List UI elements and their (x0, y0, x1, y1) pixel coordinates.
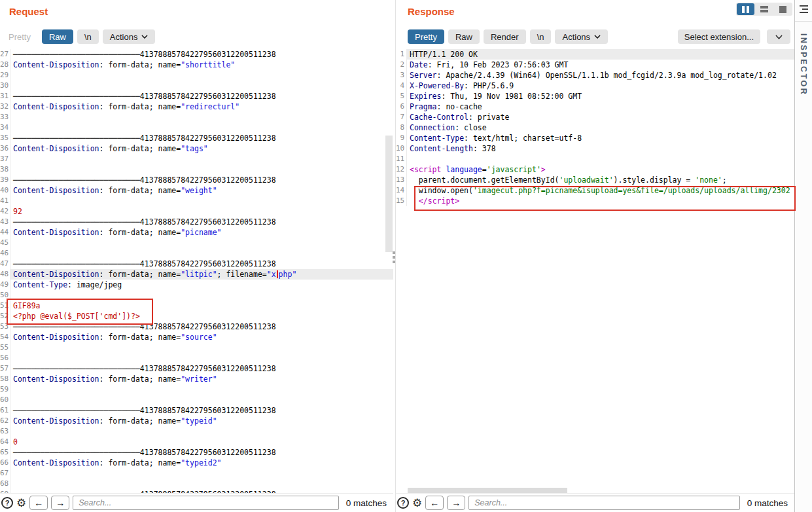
search-prev-button[interactable]: ← (29, 496, 48, 510)
line-number: 7 (396, 112, 407, 122)
line-number: 32 (0, 101, 10, 112)
code-line[interactable]: 28Content-Disposition: form-data; name="… (0, 60, 393, 70)
code-line[interactable]: 67 (0, 468, 393, 479)
line-number: 39 (0, 175, 10, 185)
code-line[interactable]: 44Content-Disposition: form-data; name="… (0, 227, 393, 238)
tab-raw[interactable]: Raw (448, 29, 480, 44)
code-line[interactable]: 38 (0, 164, 393, 175)
code-line[interactable]: 54Content-Disposition: form-data; name="… (0, 332, 393, 342)
code-line[interactable]: 43────────────────────────────4137888578… (0, 217, 393, 227)
code-line[interactable]: 8Connection: close (396, 122, 794, 133)
code-line[interactable]: 65────────────────────────────4137888578… (0, 447, 393, 458)
code-line[interactable]: 48Content-Disposition: form-data; name="… (0, 269, 393, 280)
code-line[interactable]: 46 (0, 248, 393, 259)
tab-raw[interactable]: Raw (42, 29, 73, 44)
inspector-label[interactable]: INSPECTOR (799, 33, 808, 96)
line-number: 37 (0, 154, 10, 164)
line-number: 43 (0, 217, 10, 227)
code-line[interactable]: 60 (0, 395, 393, 405)
response-horizontal-scrollbar[interactable] (408, 488, 567, 493)
settings-gear-icon[interactable]: ⚙ (16, 498, 26, 509)
code-line[interactable]: 41 (0, 196, 393, 206)
search-next-button[interactable]: → (447, 496, 465, 510)
code-line[interactable]: 6Pragma: no-cache (396, 101, 794, 112)
request-editor[interactable]: 27────────────────────────────4137888578… (0, 49, 393, 493)
inspector-collapse-icon[interactable] (800, 5, 808, 13)
search-prev-button[interactable]: ← (425, 496, 444, 510)
code-line[interactable]: 33 (0, 112, 393, 122)
tab-actions[interactable]: Actions (103, 29, 156, 44)
request-tab-row: Pretty Raw \n Actions (1, 29, 155, 44)
code-line[interactable]: 68 (0, 479, 393, 489)
search-input[interactable] (468, 496, 739, 510)
line-number: 13 (396, 175, 407, 185)
code-line[interactable]: 5Expires: Thu, 19 Nov 1981 08:52:00 GMT (396, 91, 794, 101)
tab-n[interactable]: \n (530, 29, 552, 44)
code-line[interactable]: 4X-Powered-By: PHP/5.6.9 (396, 81, 794, 91)
select-extension-dropdown[interactable]: Select extension... (678, 29, 760, 44)
search-input[interactable] (73, 496, 338, 510)
code-line[interactable]: 13 parent.document.getElementById('uploa… (396, 175, 794, 185)
code-line[interactable]: 37 (0, 154, 393, 164)
code-line[interactable]: 45 (0, 238, 393, 248)
code-line[interactable]: 47────────────────────────────4137888578… (0, 259, 393, 269)
help-icon[interactable]: ? (397, 497, 409, 509)
inspector-rail[interactable]: INSPECTOR (794, 0, 812, 512)
code-line[interactable]: 40Content-Disposition: form-data; name="… (0, 185, 393, 196)
code-line[interactable]: 61────────────────────────────4137888578… (0, 405, 393, 416)
line-number: 67 (0, 468, 10, 479)
code-line[interactable]: 34 (0, 122, 393, 133)
code-line[interactable]: 62Content-Disposition: form-data; name="… (0, 416, 393, 426)
code-line[interactable]: 35────────────────────────────4137888578… (0, 133, 393, 143)
line-number: 11 (396, 154, 407, 164)
line-number: 4 (396, 81, 407, 91)
help-icon[interactable]: ? (1, 497, 13, 509)
code-line[interactable]: 57────────────────────────────4137888578… (0, 363, 393, 374)
code-line[interactable]: 36Content-Disposition: form-data; name="… (0, 143, 393, 154)
settings-gear-icon[interactable]: ⚙ (412, 498, 422, 509)
code-line[interactable]: 640 (0, 437, 393, 447)
code-line[interactable]: 10Content-Length: 378 (396, 143, 794, 154)
code-line[interactable]: 27────────────────────────────4137888578… (0, 49, 393, 60)
code-line[interactable]: 3Server: Apache/2.4.39 (Win64) OpenSSL/1… (396, 70, 794, 81)
code-line[interactable]: 2Date: Fri, 10 Feb 2023 07:56:03 GMT (396, 60, 794, 70)
code-line[interactable]: 31────────────────────────────4137888578… (0, 91, 393, 101)
code-line[interactable]: 1HTTP/1.1 200 OK (396, 49, 794, 60)
request-vertical-scrollbar[interactable] (385, 136, 393, 252)
search-next-button[interactable]: → (51, 496, 69, 510)
request-search-bar: ? ⚙ ← → 0 matches (0, 493, 393, 512)
code-line[interactable]: 4292 (0, 206, 393, 217)
tab-pretty[interactable]: Pretty (408, 29, 444, 44)
line-number: 46 (0, 248, 10, 259)
code-line[interactable]: 7Cache-Control: private (396, 112, 794, 122)
tab-render[interactable]: Render (484, 29, 526, 44)
line-number: 14 (396, 185, 407, 196)
code-line[interactable]: 29 (0, 70, 393, 81)
tab-pretty[interactable]: Pretty (1, 29, 38, 44)
code-line[interactable]: 55 (0, 342, 393, 353)
panel-splitter-handle[interactable] (392, 251, 396, 263)
response-editor[interactable]: 1HTTP/1.1 200 OK 2Date: Fri, 10 Feb 2023… (396, 49, 794, 488)
code-line[interactable]: 56 (0, 353, 393, 363)
code-line[interactable]: 63 (0, 426, 393, 437)
tab-actions[interactable]: Actions (555, 29, 608, 44)
code-line[interactable]: 58Content-Disposition: form-data; name="… (0, 374, 393, 384)
request-title: Request (9, 6, 48, 17)
code-line[interactable]: 32Content-Disposition: form-data; name="… (0, 101, 393, 112)
code-line[interactable]: 12<script language='javascript'> (396, 164, 794, 175)
code-line[interactable]: 59 (0, 384, 393, 395)
layout-split-rows-button[interactable] (756, 3, 773, 15)
code-line[interactable]: 9Content-Type: text/html; charset=utf-8 (396, 133, 794, 143)
line-number: 1 (396, 49, 407, 60)
code-line[interactable]: 11 (396, 154, 794, 164)
code-line[interactable]: 66Content-Disposition: form-data; name="… (0, 458, 393, 468)
select-extension-caret-button[interactable] (767, 29, 790, 44)
code-line[interactable]: 49Content-Type: image/jpeg (0, 280, 393, 290)
code-line[interactable]: 39────────────────────────────4137888578… (0, 175, 393, 185)
layout-split-columns-button[interactable] (737, 3, 754, 15)
layout-single-button[interactable] (774, 3, 792, 15)
tab-n[interactable]: \n (77, 29, 99, 44)
line-number: 45 (0, 238, 10, 248)
line-number: 33 (0, 112, 10, 122)
code-line[interactable]: 30 (0, 81, 393, 91)
